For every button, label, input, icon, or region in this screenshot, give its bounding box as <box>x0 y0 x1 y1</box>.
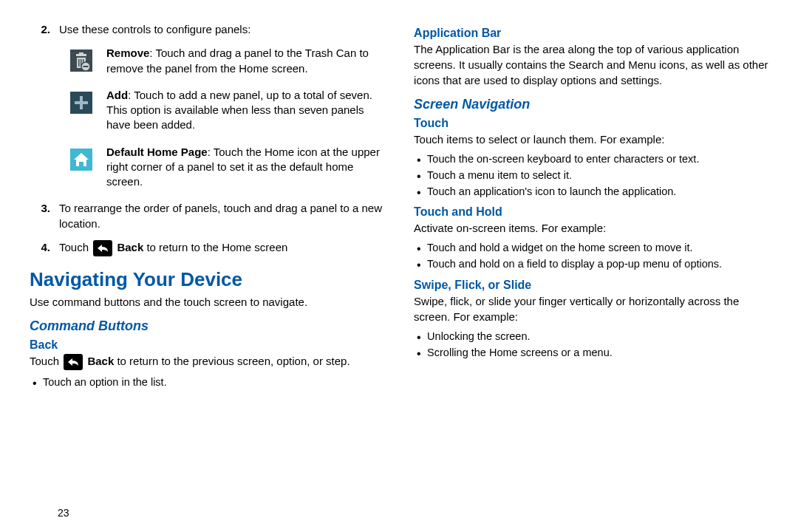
step-number: 2. <box>30 22 59 37</box>
list-item: Unlocking the screen. <box>414 329 776 345</box>
list-item: Touch an application's icon to launch th… <box>414 184 776 200</box>
row-add: Add: Touch to add a new panel, up to a t… <box>66 88 384 133</box>
back-list: Touch an option in the list. <box>30 375 384 391</box>
home-icon <box>66 145 96 174</box>
row-remove-desc: Remove: Touch and drag a panel to the Tr… <box>106 46 384 76</box>
svg-rect-2 <box>79 52 83 54</box>
step-2: 2. Use these controls to configure panel… <box>30 22 384 37</box>
heading-application-bar: Application Bar <box>414 27 776 40</box>
row-label: Add <box>106 89 128 101</box>
appbar-text: The Application Bar is the area along th… <box>414 41 776 88</box>
intro-text: Use command buttons and the touch screen… <box>30 294 384 310</box>
step-text: Use these controls to configure panels: <box>59 22 384 37</box>
row-text: : Touch to add a new panel, up to a tota… <box>106 89 372 132</box>
hold-list: Touch and hold a widget on the home scre… <box>414 240 776 273</box>
list-item: Touch a menu item to select it. <box>414 168 776 184</box>
step-4: 4. Touch Back to return to the Home scre… <box>30 240 384 256</box>
list-item: Touch an option in the list. <box>30 375 384 391</box>
add-icon <box>66 88 96 117</box>
list-item: Touch and hold a widget on the home scre… <box>414 240 776 256</box>
list-item: Touch and hold on a field to display a p… <box>414 256 776 273</box>
touch-list: Touch the on-screen keyboard to enter ch… <box>414 151 776 200</box>
manual-page: 2. Use these controls to configure panel… <box>0 0 798 404</box>
right-column: Application Bar The Application Bar is t… <box>414 22 776 397</box>
swipe-list: Unlocking the screen. Scrolling the Home… <box>414 329 776 361</box>
step-3: 3. To rearrange the order of panels, tou… <box>30 201 384 231</box>
touch-text: Touch items to select or launch them. Fo… <box>414 132 776 147</box>
post: to return to the previous screen, option… <box>114 355 349 367</box>
row-label: Remove <box>106 47 149 59</box>
row-label: Default Home Page <box>106 146 208 158</box>
step-number: 4. <box>30 240 59 256</box>
trash-icon <box>66 46 96 75</box>
list-item: Scrolling the Home screens or a menu. <box>414 345 776 361</box>
row-remove: Remove: Touch and drag a panel to the Tr… <box>66 46 384 76</box>
back-icon <box>93 240 112 256</box>
heading-touch: Touch <box>414 117 776 130</box>
list-item: Touch the on-screen keyboard to enter ch… <box>414 151 776 168</box>
post: to return to the Home screen <box>143 241 287 253</box>
page-number: 23 <box>58 507 69 519</box>
svg-rect-4 <box>78 59 80 66</box>
controls-table: Remove: Touch and drag a panel to the Tr… <box>66 46 384 189</box>
row-home: Default Home Page: Touch the Home icon a… <box>66 145 384 190</box>
heading-touch-hold: Touch and Hold <box>414 205 776 219</box>
pre: Touch <box>59 241 92 253</box>
svg-rect-1 <box>76 54 86 56</box>
bold: Back <box>117 241 143 253</box>
swipe-text: Swipe, flick, or slide your finger verti… <box>414 293 776 324</box>
step-text: Touch Back to return to the Home screen <box>59 240 384 256</box>
heading-back: Back <box>30 338 384 352</box>
heading-screen-navigation: Screen Navigation <box>414 97 776 112</box>
step-number: 3. <box>30 201 59 231</box>
bold: Back <box>87 355 114 367</box>
back-paragraph: Touch Back to return to the previous scr… <box>30 353 384 370</box>
svg-rect-8 <box>83 66 89 67</box>
heading-swipe: Swipe, Flick, or Slide <box>414 279 776 292</box>
row-home-desc: Default Home Page: Touch the Home icon a… <box>106 145 384 190</box>
heading-command-buttons: Command Buttons <box>30 318 384 334</box>
hold-text: Activate on-screen items. For example: <box>414 220 776 236</box>
heading-navigating: Navigating Your Device <box>30 268 384 291</box>
pre: Touch <box>30 355 62 367</box>
back-icon <box>64 354 83 370</box>
left-column: 2. Use these controls to configure panel… <box>30 22 384 397</box>
step-text: To rearrange the order of panels, touch … <box>59 201 384 231</box>
row-add-desc: Add: Touch to add a new panel, up to a t… <box>106 88 384 133</box>
svg-rect-11 <box>75 101 88 104</box>
